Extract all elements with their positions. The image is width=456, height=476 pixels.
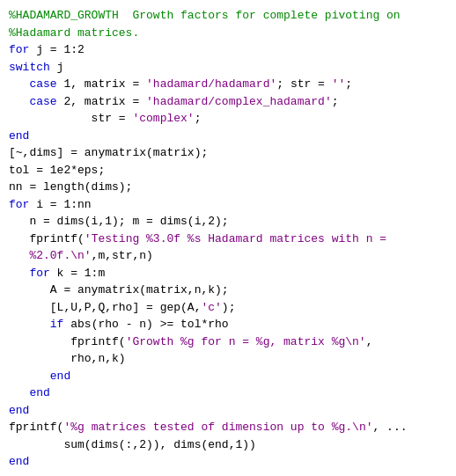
code-token: ;: [195, 112, 202, 125]
code-line: end: [9, 453, 447, 471]
code-token: j = 1:2: [29, 43, 84, 56]
code-token: [~,dims] = anymatrix(matrix);: [9, 146, 208, 159]
code-token: ;: [332, 95, 339, 108]
code-token: tol = 1e2*eps;: [9, 164, 105, 177]
code-token: %Hadamard matrices.: [9, 26, 139, 40]
code-container: %HADAMARD_GROWTH Growth factors for comp…: [9, 7, 447, 471]
code-token: 'Growth %g for n = %g, matrix %g\n': [126, 335, 366, 348]
code-token: '': [332, 77, 346, 91]
code-line: n = dims(i,1); m = dims(i,2);: [9, 213, 447, 231]
code-line: end: [9, 368, 447, 385]
code-token: nn = length(dims);: [9, 180, 132, 194]
code-line: fprintf('Growth %g for n = %g, matrix %g…: [9, 333, 447, 351]
code-token: rho,n,k): [9, 352, 126, 365]
code-line: case 1, matrix = 'hadamard/hadamard'; st…: [9, 76, 447, 93]
code-line: fprintf('Testing %3.0f %s Hadamard matri…: [9, 231, 447, 248]
code-line: end: [9, 384, 447, 402]
code-token: fprintf(: [9, 421, 63, 434]
code-token: for: [9, 198, 29, 211]
code-token: end: [9, 455, 29, 468]
code-token: for: [29, 267, 49, 280]
code-token: 'complex': [132, 112, 194, 125]
code-line: case 2, matrix = 'hadamard/complex_hadam…: [9, 93, 447, 111]
code-line: end: [9, 402, 447, 420]
code-line: %HADAMARD_GROWTH Growth factors for comp…: [9, 7, 447, 25]
code-token: abs(rho - n) >= tol*rho: [63, 318, 228, 331]
code-token: fprintf(: [9, 232, 85, 245]
code-line: [L,U,P,Q,rho] = gep(A,'c');: [9, 299, 447, 317]
code-line: nn = length(dims);: [9, 179, 447, 196]
code-line: rho,n,k): [9, 350, 447, 368]
code-line: for j = 1:2: [9, 41, 447, 59]
code-line: for k = 1:m: [9, 265, 447, 282]
code-token: ,m,str,n): [92, 249, 153, 262]
code-token: 'c': [201, 301, 221, 314]
code-token: [9, 318, 50, 331]
code-token: 2, matrix =: [57, 95, 146, 108]
code-line: %Hadamard matrices.: [9, 25, 447, 42]
code-token: end: [9, 129, 29, 143]
code-token: ; str =: [276, 77, 331, 91]
code-token: [9, 386, 29, 399]
code-line: end: [9, 128, 447, 145]
code-token: j: [50, 61, 64, 74]
code-line: if abs(rho - n) >= tol*rho: [9, 316, 447, 333]
code-token: str =: [9, 112, 132, 125]
code-token: %2.0f.\n': [9, 249, 92, 262]
code-token: end: [29, 386, 49, 399]
code-line: sum(dims(:,2)), dims(end,1)): [9, 436, 447, 454]
code-token: i = 1:nn: [29, 198, 91, 211]
code-token: fprintf(: [9, 335, 126, 348]
code-token: [9, 267, 29, 280]
code-token: ,: [366, 335, 373, 348]
code-line: tol = 1e2*eps;: [9, 162, 447, 179]
code-line: %2.0f.\n',m,str,n): [9, 247, 447, 265]
code-token: end: [50, 370, 70, 383]
code-token: sum(dims(:,2)), dims(end,1)): [9, 438, 256, 451]
code-token: 'hadamard/hadamard': [146, 77, 276, 91]
code-line: fprintf('%g matrices tested of dimension…: [9, 419, 447, 436]
code-token: [9, 77, 29, 91]
code-line: [~,dims] = anymatrix(matrix);: [9, 144, 447, 162]
code-line: A = anymatrix(matrix,n,k);: [9, 282, 447, 299]
code-token: 'hadamard/complex_hadamard': [146, 95, 332, 108]
code-token: ;: [345, 77, 352, 91]
code-token: 'Testing %3.0f %s Hadamard matrices with…: [85, 232, 386, 245]
code-token: n = dims(i,1); m = dims(i,2);: [9, 215, 229, 228]
code-token: end: [9, 404, 29, 417]
code-token: );: [222, 301, 236, 314]
code-token: [9, 370, 50, 383]
code-token: k = 1:m: [50, 267, 105, 280]
code-token: [9, 95, 29, 108]
code-line: for i = 1:nn: [9, 196, 447, 214]
code-token: case: [29, 77, 56, 91]
code-token: case: [29, 95, 56, 108]
code-token: A = anymatrix(matrix,n,k);: [9, 283, 229, 297]
code-line: switch j: [9, 59, 447, 77]
code-token: [L,U,P,Q,rho] = gep(A,: [9, 301, 201, 314]
code-line: str = 'complex';: [9, 110, 447, 128]
code-token: '%g matrices tested of dimension up to %…: [63, 421, 372, 434]
code-token: for: [9, 43, 29, 56]
code-token: if: [50, 318, 64, 331]
code-token: , ...: [372, 421, 407, 434]
code-token: 1, matrix =: [57, 77, 146, 91]
code-token: %HADAMARD_GROWTH Growth factors for comp…: [9, 9, 401, 22]
code-token: switch: [9, 61, 50, 74]
